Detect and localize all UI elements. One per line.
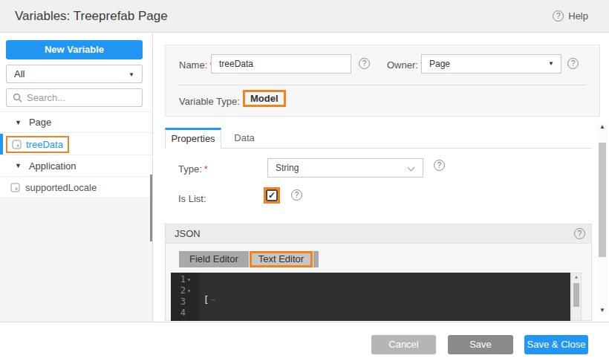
- is-list-label: Is List:: [178, 193, 206, 204]
- mode-switch-end: [313, 251, 319, 267]
- scroll-up-icon[interactable]: ▲: [597, 123, 608, 130]
- divider: [178, 85, 587, 85]
- is-list-checkbox[interactable]: [266, 189, 278, 201]
- name-help-icon[interactable]: ?: [359, 58, 370, 69]
- dialog-header: Variables: Treeprefab Page ? Help: [0, 0, 609, 33]
- line-number: 2: [171, 285, 186, 296]
- variable-type-label: Variable Type:: [179, 96, 240, 107]
- variable-icon: x: [12, 140, 22, 149]
- line-number: 4: [171, 308, 186, 319]
- help-link[interactable]: ? Help: [553, 10, 588, 22]
- variable-filter-value: All: [14, 68, 25, 79]
- chevron-down-icon: ▼: [548, 55, 554, 73]
- scroll-up-icon[interactable]: ▲: [572, 274, 581, 279]
- tree-group-application[interactable]: ▼ Application: [0, 155, 152, 177]
- help-icon: ?: [553, 10, 564, 22]
- type-help-icon[interactable]: ?: [434, 160, 445, 171]
- code-token-eol: ¬: [210, 296, 215, 305]
- editor-code[interactable]: [¬ ··{¬ ····"id": 1,¬ ····"title": "1. d…: [203, 274, 381, 321]
- code-line: [¬: [203, 295, 381, 306]
- variable-filter-select[interactable]: All ▼: [6, 65, 143, 83]
- is-list-highlight-box: [264, 187, 280, 204]
- chevron-down-icon: [408, 164, 415, 172]
- owner-label: Owner:*: [387, 59, 424, 71]
- tab-data[interactable]: Data: [224, 128, 264, 148]
- type-label: Type:*: [178, 163, 208, 175]
- content-scrollbar[interactable]: ▲ ▼: [597, 123, 608, 313]
- save-and-close-button[interactable]: Save & Close: [524, 335, 588, 354]
- name-input[interactable]: [212, 55, 351, 73]
- fold-caret-icon[interactable]: ▾: [187, 287, 191, 294]
- type-value: String: [276, 163, 299, 173]
- editor-scrollbar-thumb[interactable]: [573, 283, 579, 307]
- search-box[interactable]: [6, 88, 143, 107]
- page-title: Variables: Treeprefab Page: [15, 0, 168, 33]
- fold-caret-icon[interactable]: ▾: [187, 276, 191, 283]
- cancel-button[interactable]: Cancel: [371, 335, 436, 354]
- required-marker: *: [204, 163, 208, 175]
- tree-group-label: Page: [29, 117, 51, 128]
- line-number: 1: [171, 274, 186, 285]
- variable-type-value: Model: [243, 90, 286, 107]
- name-label: Name:*: [179, 59, 213, 71]
- tree-group-page[interactable]: ▼ Page: [0, 111, 152, 133]
- text-editor-highlight-box: Text Editor: [250, 251, 313, 267]
- tree-item-treedata[interactable]: x treeData: [0, 134, 152, 155]
- help-label: Help: [568, 10, 588, 22]
- collapse-caret-icon[interactable]: ▼: [15, 119, 22, 126]
- code-token-punct: [: [203, 295, 209, 305]
- sidebar-scrollbar[interactable]: [150, 175, 152, 241]
- highlight-box: x treeData: [6, 136, 69, 153]
- tree-item-label: supportedLocale: [25, 182, 97, 193]
- tree-item-supportedlocale[interactable]: x supportedLocale: [0, 177, 152, 198]
- name-field-box: [211, 54, 351, 74]
- svg-text:x: x: [16, 143, 19, 149]
- editor-mode-switch: Field Editor Text Editor: [179, 251, 319, 267]
- scroll-down-icon[interactable]: ▼: [597, 307, 608, 313]
- type-select[interactable]: String: [267, 158, 423, 178]
- search-icon: [13, 93, 22, 103]
- tree-empty-area: [0, 198, 152, 322]
- dialog-footer: Cancel Save Save & Close: [0, 322, 609, 364]
- editor-gutter: 1▾ 2▾ 3 4: [171, 273, 199, 321]
- json-panel-header: JSON ?: [166, 224, 591, 244]
- tree-group-label: Application: [29, 160, 76, 172]
- new-variable-button[interactable]: New Variable: [6, 40, 143, 59]
- variables-dialog: Variables: Treeprefab Page ? Help New Va…: [0, 0, 609, 364]
- chevron-down-icon: ▼: [128, 66, 134, 83]
- owner-help-icon[interactable]: ?: [567, 58, 579, 69]
- line-number: 3: [171, 296, 186, 308]
- selection-bar: [0, 134, 3, 155]
- content-scrollbar-thumb[interactable]: [599, 143, 606, 257]
- collapse-caret-icon[interactable]: ▼: [15, 162, 22, 169]
- json-text-editor[interactable]: 1▾ 2▾ 3 4 [¬ ··{¬ ····"id": 1,¬ ····"tit…: [171, 273, 570, 321]
- field-editor-button[interactable]: Field Editor: [179, 251, 249, 267]
- json-help-icon[interactable]: ?: [574, 228, 585, 239]
- tree-item-label: treeData: [26, 139, 63, 150]
- owner-select[interactable]: Page ▼: [421, 54, 561, 74]
- text-editor-button[interactable]: Text Editor: [252, 253, 310, 265]
- variables-sidebar: New Variable All ▼ ▼ Page x treeData ▼ A…: [0, 33, 153, 322]
- editor-scrollbar[interactable]: ▲: [571, 273, 582, 321]
- tab-properties[interactable]: Properties: [165, 128, 221, 149]
- search-input[interactable]: [27, 92, 131, 103]
- variable-icon: x: [10, 183, 20, 192]
- json-panel-title: JSON: [175, 224, 201, 244]
- owner-value: Page: [429, 59, 450, 69]
- save-button[interactable]: Save: [448, 335, 513, 354]
- tab-bar: Properties Data: [165, 128, 592, 149]
- is-list-help-icon[interactable]: ?: [291, 189, 302, 201]
- svg-text:x: x: [15, 186, 18, 192]
- variable-summary-box: Name:* ? Owner:* Page ▼ ? Variable Type:…: [165, 45, 600, 117]
